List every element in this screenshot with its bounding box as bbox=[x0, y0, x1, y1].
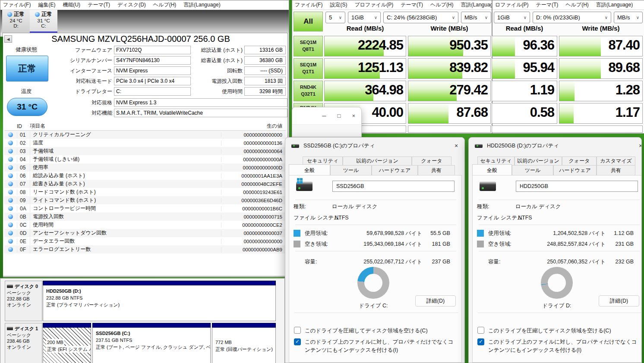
test-size-select[interactable]: 1GiB∨ bbox=[348, 12, 381, 23]
target-drive-select[interactable]: C: 24% (56/238GiB)∨ bbox=[383, 12, 458, 23]
cdm-menu-theme[interactable]: テーマ(T) bbox=[536, 1, 558, 9]
run-all-button[interactable]: All bbox=[294, 12, 323, 31]
test-count-select[interactable]: 5∨ bbox=[325, 12, 345, 23]
minimize-button[interactable]: ─ bbox=[322, 113, 326, 119]
chevron-down-icon: ∨ bbox=[634, 15, 639, 20]
cdi-menu-edit[interactable]: 編集(E) bbox=[38, 1, 55, 9]
cdm-menu-profile[interactable]: ロファイル(P) bbox=[495, 1, 528, 9]
smart-row[interactable]: 07総書き込み量 (ホスト)000000048C2EFE bbox=[4, 180, 286, 188]
cdm-menu-profile[interactable]: プロファイル(P) bbox=[354, 1, 393, 9]
tab-tools[interactable]: ツール bbox=[330, 165, 372, 175]
tab-sharing[interactable]: 共有 bbox=[597, 165, 635, 175]
smart-row[interactable]: 09ライトコマンド数 (ホスト)00000036E6D46D bbox=[4, 196, 286, 204]
smart-row[interactable]: 06総読み込み量 (ホスト)00000001AA1E3A bbox=[4, 172, 286, 180]
maximize-button[interactable]: □ bbox=[338, 113, 341, 119]
volume-name-input[interactable] bbox=[332, 181, 455, 192]
back-button[interactable]: ◀ bbox=[4, 35, 12, 43]
smart-row[interactable]: 0Dアンセーフシャットダウン回数00000000000037 bbox=[4, 229, 286, 237]
smart-row[interactable]: 08リードコマンド数 (ホスト)00000019243E61 bbox=[4, 188, 286, 196]
smart-row[interactable]: 0B電源投入回数00000000000715 bbox=[4, 213, 286, 221]
compress-checkbox[interactable] bbox=[294, 327, 301, 334]
write-column-header: Write (MB/s) bbox=[559, 25, 643, 33]
cdi-menu-function[interactable]: 機能(U) bbox=[63, 1, 80, 9]
details-button[interactable]: 詳細(D) bbox=[599, 295, 639, 307]
used-legend-swatch bbox=[294, 230, 300, 237]
smart-row[interactable]: 0Aコントローラービジー時間00000000001B6C bbox=[4, 204, 286, 213]
unit-select[interactable]: MB/s∨ bbox=[614, 12, 643, 23]
target-drive-select[interactable]: D: 0% (0/233GiB)∨ bbox=[533, 12, 611, 23]
smart-row[interactable]: 02温度00000000000136 bbox=[4, 139, 286, 147]
smart-row[interactable]: 03予備領域00000000000064 bbox=[4, 147, 286, 155]
read-result-cell: 364.98 bbox=[324, 81, 406, 101]
field-label: 対応規格 bbox=[46, 98, 112, 107]
tab-sharing[interactable]: 共有 bbox=[418, 165, 455, 175]
free-label: 空き領域: bbox=[305, 240, 328, 248]
tab-general[interactable]: 全般 bbox=[472, 164, 512, 176]
cdm-menu-theme[interactable]: テーマ(T) bbox=[401, 1, 423, 9]
cdm-menu-help[interactable]: ヘルプ(H) bbox=[430, 1, 454, 9]
result-bar bbox=[492, 36, 515, 56]
compress-checkbox-label: このドライブを圧縮してディスク領域を空ける(C) bbox=[488, 327, 638, 335]
tab-tools[interactable]: ツール bbox=[512, 165, 553, 175]
host-writes-value: 36380 GB bbox=[244, 56, 286, 65]
tab-previous-versions[interactable]: 以前のバージョン bbox=[515, 156, 562, 166]
dialog-titlebar: SSD256GB (C:)のプロパティ bbox=[285, 138, 464, 154]
divider bbox=[295, 200, 456, 200]
index-checkbox[interactable] bbox=[294, 338, 301, 345]
write-result-cell: 87.40 bbox=[559, 36, 643, 56]
volume-name-input[interactable] bbox=[516, 181, 638, 192]
cdm-menu-language[interactable]: 言語(Language) bbox=[461, 1, 492, 9]
unit-select[interactable]: MB/s∨ bbox=[461, 12, 491, 23]
smart-row[interactable]: 0Fエラーログエントリー数00000000000AB9 bbox=[4, 245, 286, 253]
cdm-menu-settings[interactable]: 設定(S) bbox=[330, 1, 347, 9]
partition-ssd256gb[interactable]: SSD256GB (C:) 237.51 GB NTFS 正常 (ブート, ペー… bbox=[92, 323, 211, 363]
write-result-cell: 839.82 bbox=[408, 58, 491, 79]
tab-hardware[interactable]: ハードウェア bbox=[372, 165, 418, 175]
drive-tab-d[interactable]: 正常 24 °C D: bbox=[2, 10, 30, 33]
smart-row[interactable]: 01クリティカルワーニング00000000000000 bbox=[4, 131, 286, 139]
details-button[interactable]: 詳細(D) bbox=[415, 295, 456, 307]
close-icon[interactable]: × bbox=[635, 141, 642, 151]
tab-general[interactable]: 全般 bbox=[289, 164, 330, 176]
read-result-cell: 1.19 bbox=[492, 81, 557, 101]
test-size-select[interactable]: 1GiB∨ bbox=[494, 12, 530, 23]
smart-row[interactable]: 0C使用時間00000000000CE2 bbox=[4, 221, 286, 229]
cdi-menu-disk[interactable]: ディスク(D) bbox=[117, 1, 146, 9]
chevron-down-icon: ∨ bbox=[483, 15, 488, 20]
capacity-size: 232 GB bbox=[616, 257, 634, 266]
tab-quota[interactable]: クォータ bbox=[412, 156, 451, 166]
index-checkbox[interactable] bbox=[477, 338, 484, 345]
benchmark-row: 0.58 1.17 bbox=[492, 103, 644, 124]
tab-customize[interactable]: カスタマイズ bbox=[597, 156, 635, 166]
partition-efi[interactable]: 200 MB 正常 (EFI システム パ bbox=[43, 323, 91, 363]
cdm-menu-file[interactable]: ファイル(F) bbox=[295, 1, 322, 9]
tab-previous-versions[interactable]: 以前のバージョン bbox=[343, 156, 412, 166]
tab-strip-row2: 全般 ツール ハードウェア 共有 bbox=[289, 165, 455, 175]
background-window-fragment[interactable]: ─ □ × bbox=[292, 107, 362, 137]
partition-hdd250gb[interactable]: HDD250GB (D:) 232.88 GB NTFS 正常 (プライマリ パ… bbox=[43, 281, 276, 321]
test-type-label: SEQ1MQ8T1 bbox=[294, 36, 323, 56]
field-label: 対応機能 bbox=[46, 109, 112, 117]
close-icon[interactable]: × bbox=[451, 141, 461, 151]
partition-recovery[interactable]: 772 MB 正常 (回復パーティション) bbox=[212, 323, 276, 363]
cdm-menu-language[interactable]: 言語(Language) bbox=[596, 1, 633, 9]
cdi-menu-help[interactable]: ヘルプ(H) bbox=[153, 1, 177, 9]
cdi-menu-theme[interactable]: テーマ(T) bbox=[88, 1, 110, 9]
disk1-label-panel[interactable]: ディスク 1 ベーシック 238.46 GB オンライン bbox=[5, 323, 42, 363]
power-on-hours-value: 3298 時間 bbox=[244, 87, 286, 96]
tab-hardware[interactable]: ハードウェア bbox=[553, 165, 597, 175]
cdm-menu-help[interactable]: ヘルプ(H) bbox=[565, 1, 589, 9]
smart-row[interactable]: 04予備領域 (しきい値)0000000000000A bbox=[4, 155, 286, 163]
disk0-label-panel[interactable]: ディスク 0 ベーシック 232.88 GB オンライン bbox=[5, 281, 42, 321]
cdi-menu-language[interactable]: 言語(Language) bbox=[183, 1, 220, 9]
smart-row[interactable]: 05使用率0000000000000D bbox=[4, 163, 286, 172]
smart-row[interactable]: 0Eデータエラー回数00000000000000 bbox=[4, 237, 286, 245]
window-caption-bar: ─ □ × bbox=[292, 107, 361, 125]
used-size: 55.5 GB bbox=[430, 229, 450, 238]
field-label: 回転数 bbox=[193, 66, 243, 75]
tab-quota[interactable]: クォータ bbox=[562, 156, 597, 166]
close-button[interactable]: × bbox=[352, 113, 355, 119]
drive-tab-c[interactable]: 正常 31 °C C: bbox=[30, 10, 57, 33]
compress-checkbox[interactable] bbox=[477, 327, 484, 334]
cdi-menu-file[interactable]: ファイル(F) bbox=[3, 1, 31, 9]
